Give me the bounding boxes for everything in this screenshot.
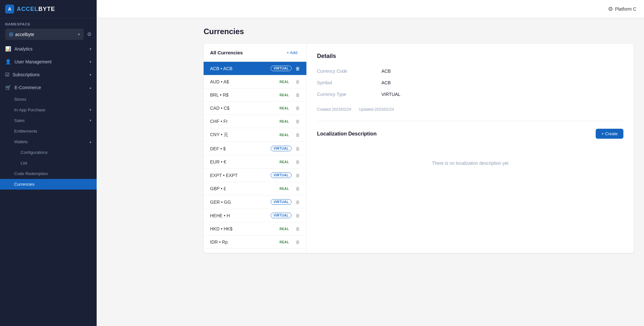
currency-name: BRL • R$: [210, 92, 277, 98]
sidebar-item-analytics[interactable]: 📊 Analytics ▾: [0, 42, 97, 55]
currency-item-chf[interactable]: CHF • Fr REAL 🗑: [204, 115, 306, 128]
namespace-label: NAMESPACE: [5, 22, 91, 26]
currency-type-badge: VIRTUAL: [271, 66, 292, 71]
delete-icon[interactable]: 🗑: [295, 92, 300, 98]
sidebar-item-label: E-Commerce: [14, 85, 90, 90]
platform-label: Platform C: [615, 6, 636, 12]
add-currency-button[interactable]: + Add: [284, 49, 300, 56]
sidebar-item-user-management[interactable]: 👤 User Management ▾: [0, 55, 97, 68]
sidebar-item-label: Configurations: [21, 150, 48, 155]
currency-item-expt[interactable]: EXPT • EXPT VIRTUAL 🗑: [204, 169, 306, 182]
currency-list-header: All Currencies + Add: [204, 44, 306, 62]
currency-code-row: Currency Code ACB: [317, 69, 623, 74]
currency-type-badge: VIRTUAL: [271, 213, 292, 218]
chevron-up-icon: ▴: [90, 140, 91, 144]
logo-icon: A: [5, 5, 14, 14]
localization-section: Localization Description + Create There …: [317, 121, 623, 179]
delete-icon[interactable]: 🗑: [295, 239, 300, 245]
delete-icon[interactable]: 🗑: [295, 66, 300, 71]
sidebar-item-ecommerce[interactable]: 🛒 E-Commerce ▴: [0, 81, 97, 94]
symbol-label: Symbol: [317, 80, 381, 85]
currency-item-def[interactable]: DEF • $ VIRTUAL 🗑: [204, 142, 306, 155]
create-localization-button[interactable]: + Create: [596, 129, 623, 139]
namespace-name: accelbyte: [15, 32, 76, 37]
delete-icon[interactable]: 🗑: [295, 173, 300, 178]
chevron-up-icon: ▴: [90, 86, 91, 90]
namespace-section: NAMESPACE ⊞ accelbyte ▾ ⚙: [0, 18, 97, 42]
namespace-selector[interactable]: ⊞ accelbyte ▾: [5, 29, 84, 40]
created-date: Created 2023/02/24: [317, 107, 351, 112]
logo-area: A ACCELBYTE: [0, 0, 97, 18]
delete-icon[interactable]: 🗑: [295, 79, 300, 84]
currency-list-panel: All Currencies + Add ACB • ACB VIRTUAL 🗑…: [204, 44, 307, 253]
currency-name: EXPT • EXPT: [210, 173, 271, 178]
localization-empty-state: There is no localization description yet: [317, 148, 623, 179]
currency-code-label: Currency Code: [317, 69, 381, 74]
delete-icon[interactable]: 🗑: [295, 106, 300, 111]
detail-dates: Created 2023/02/24 Updated 2023/02/24: [317, 107, 623, 112]
chevron-down-icon: ▾: [78, 32, 80, 37]
ecommerce-icon: 🛒: [5, 85, 11, 90]
sidebar-item-stores[interactable]: Stores: [0, 94, 97, 105]
localization-title: Localization Description: [317, 131, 377, 137]
currency-name: GBP • £: [210, 186, 277, 191]
sidebar-item-label: Entitlements: [14, 129, 37, 134]
delete-icon[interactable]: 🗑: [295, 213, 300, 218]
delete-icon[interactable]: 🗑: [295, 132, 300, 137]
delete-icon[interactable]: 🗑: [295, 146, 300, 151]
currency-item-hkd[interactable]: HKD • HK$ REAL 🗑: [204, 222, 306, 236]
currency-type-badge: VIRTUAL: [271, 172, 292, 178]
currency-item-idr[interactable]: IDR • Rp REAL 🗑: [204, 236, 306, 249]
sidebar-item-sales[interactable]: Sales ▾: [0, 115, 97, 126]
currency-type-badge: REAL: [277, 133, 292, 137]
gear-icon: ⚙: [608, 5, 613, 13]
currency-type-value: VIRTUAL: [381, 92, 400, 97]
sidebar-item-list[interactable]: List: [0, 158, 97, 168]
page-title: Currencies: [204, 27, 634, 36]
currency-name: HKD • HK$: [210, 226, 277, 231]
currency-item-brl[interactable]: BRL • R$ REAL 🗑: [204, 88, 306, 102]
currency-name: EUR • €: [210, 159, 277, 164]
currency-name: CNY • 元: [210, 132, 277, 138]
sidebar-item-configurations[interactable]: Configurations: [0, 147, 97, 158]
currency-name: GER • GG: [210, 200, 271, 205]
currency-item-gbp[interactable]: GBP • £ REAL 🗑: [204, 182, 306, 195]
sidebar-item-in-app-purchase[interactable]: In-App Purchase ▾: [0, 105, 97, 115]
sidebar-item-subscriptions[interactable]: ☑ Subscriptions ▾: [0, 68, 97, 81]
currency-name: CHF • Fr: [210, 119, 277, 124]
currency-type-badge: REAL: [277, 160, 292, 164]
symbol-value: ACB: [381, 80, 391, 85]
sidebar-item-label: Currencies: [14, 182, 34, 187]
chevron-down-icon: ▾: [90, 60, 91, 64]
platform-selector[interactable]: ⚙ Platform C: [608, 5, 636, 13]
currency-type-badge: REAL: [277, 93, 292, 98]
delete-icon[interactable]: 🗑: [295, 200, 300, 205]
sidebar-item-entitlements[interactable]: Entitlements: [0, 126, 97, 136]
sidebar-item-currencies[interactable]: Currencies: [0, 179, 97, 190]
currency-item-acb[interactable]: ACB • ACB VIRTUAL 🗑: [204, 62, 306, 75]
topbar: ⚙ Platform C: [97, 0, 644, 18]
currency-item-hehe[interactable]: HEHE • H VIRTUAL 🗑: [204, 209, 306, 222]
sidebar-item-label: Stores: [14, 97, 26, 102]
sidebar-item-code-redemption[interactable]: Code Redemption: [0, 168, 97, 179]
namespace-icon: ⊞: [9, 31, 13, 37]
currency-item-ger[interactable]: GER • GG VIRTUAL 🗑: [204, 195, 306, 209]
currency-item-eur[interactable]: EUR • € REAL 🗑: [204, 155, 306, 169]
localization-header: Localization Description + Create: [317, 129, 623, 139]
currency-item-cny[interactable]: CNY • 元 REAL 🗑: [204, 128, 306, 142]
currency-type-badge: REAL: [277, 227, 292, 231]
delete-icon[interactable]: 🗑: [295, 226, 300, 231]
delete-icon[interactable]: 🗑: [295, 159, 300, 164]
currency-item-aud[interactable]: AUD • A$ REAL 🗑: [204, 75, 306, 88]
delete-icon[interactable]: 🗑: [295, 119, 300, 124]
updated-date: Updated 2023/02/24: [359, 107, 394, 112]
sidebar-item-wallets[interactable]: Wallets ▴: [0, 136, 97, 147]
sidebar: A ACCELBYTE NAMESPACE ⊞ accelbyte ▾ ⚙ 📊 …: [0, 0, 97, 326]
currency-type-badge: VIRTUAL: [271, 199, 292, 205]
currency-type-row: Currency Type VIRTUAL: [317, 92, 623, 97]
sidebar-item-label: In-App Purchase: [14, 107, 45, 112]
settings-icon[interactable]: ⚙: [87, 31, 91, 37]
content-grid: All Currencies + Add ACB • ACB VIRTUAL 🗑…: [204, 44, 634, 253]
delete-icon[interactable]: 🗑: [295, 186, 300, 191]
currency-item-cad[interactable]: CAD • C$ REAL 🗑: [204, 102, 306, 115]
